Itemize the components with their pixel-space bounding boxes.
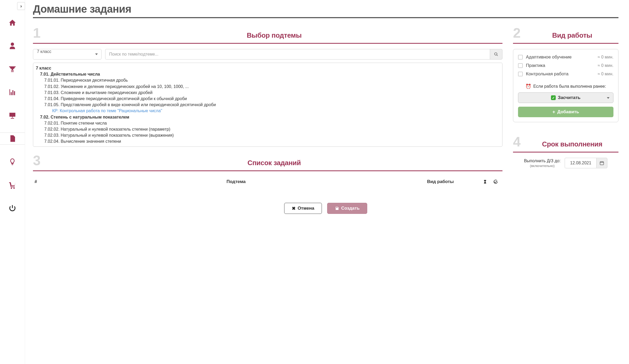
task-table-header: # Подтема Вид работы (33, 176, 502, 187)
section-2-title: Вид работы (526, 31, 618, 40)
date-picker-button[interactable] (596, 158, 607, 168)
section-3-title: Список заданий (46, 159, 502, 167)
check-circle-icon (493, 179, 498, 184)
section-1-divider (33, 43, 502, 44)
work-type-test[interactable]: Контрольная работа ≈ 0 мин. (518, 70, 613, 78)
trophy-icon (8, 65, 16, 73)
tree-subtopic[interactable]: 7.01.02. Умножение и деление периодическ… (44, 83, 500, 90)
prior-work-text: Если работа была выполнена ранее: (533, 84, 606, 89)
nav-profile[interactable] (0, 40, 25, 52)
col-work-type: Вид работы (427, 179, 480, 184)
save-icon (335, 206, 339, 210)
topic-search-input[interactable] (105, 49, 490, 60)
nav-stats[interactable] (0, 86, 25, 98)
section-1-number: 1 (33, 26, 41, 40)
class-select-value: 7 класс (33, 49, 101, 60)
work-type-mins: ≈ 0 мин. (598, 63, 613, 68)
class-select[interactable]: 7 класс (33, 49, 101, 60)
work-type-label: Практика (526, 63, 594, 68)
nav-board[interactable] (0, 109, 25, 121)
nav-cart[interactable] (0, 179, 25, 191)
work-type-panel: Адаптивное обучение ≈ 0 мин. Практика ≈ … (513, 49, 618, 122)
document-icon (8, 135, 16, 142)
checkbox[interactable] (518, 72, 523, 76)
tree-root[interactable]: 7 класс (36, 65, 500, 71)
checkbox[interactable] (518, 55, 523, 60)
presentation-icon (8, 111, 16, 119)
count-select[interactable]: ✓ Засчитать (518, 92, 613, 103)
work-type-mins: ≈ 0 мин. (598, 55, 613, 60)
tree-subtopic[interactable]: 7.02.04. Вычисление значения степени (44, 138, 500, 144)
cart-icon (8, 181, 16, 189)
section-4-number: 4 (513, 135, 521, 149)
bar-chart-icon (8, 88, 16, 96)
alarm-clock-icon: ⏰ (525, 83, 531, 89)
user-icon (8, 42, 16, 50)
tree-subtopic[interactable]: 7.01.03. Сложение и вычитание периодичес… (44, 90, 500, 96)
create-button[interactable]: Создать (327, 203, 367, 214)
search-button[interactable] (490, 49, 502, 60)
col-subtopic: Подтема (45, 179, 427, 184)
title-divider (33, 17, 618, 18)
check-badge-icon: ✓ (551, 95, 556, 100)
chevron-right-icon: › (20, 3, 22, 9)
section-3-number: 3 (33, 154, 41, 167)
search-icon (494, 52, 498, 56)
add-button-label: Добавить (557, 109, 579, 115)
home-icon (8, 19, 16, 27)
work-type-label: Контрольная работа (526, 71, 594, 77)
work-type-mins: ≈ 0 мин. (598, 72, 613, 76)
cancel-button[interactable]: ✖ Отмена (284, 203, 322, 214)
nav-ideas[interactable] (0, 156, 25, 168)
count-select-value: Засчитать (558, 95, 580, 100)
nav-logout[interactable] (0, 202, 25, 214)
tree-subtopic[interactable]: 7.02.01. Понятие степени числа (44, 120, 500, 126)
nav-assignments[interactable] (0, 132, 25, 145)
page-title: Домашние задания (33, 3, 618, 15)
tree-subtopic[interactable]: 7.02.03. Натуральный и нулевой показател… (44, 132, 500, 138)
due-label-text: Выполнить Д/З до: (524, 159, 561, 163)
sidebar: › (0, 0, 25, 364)
create-button-label: Создать (341, 206, 360, 211)
plus-icon: + (553, 109, 555, 115)
section-3-divider (33, 170, 502, 171)
nav-home[interactable] (0, 17, 25, 29)
tree-subtopic[interactable]: 7.01.05. Представление дробей в виде кон… (44, 102, 500, 108)
lightbulb-icon (8, 158, 16, 166)
work-type-practice[interactable]: Практика ≈ 0 мин. (518, 61, 613, 70)
topic-tree: 7 класс 7.01. Действительные числа 7.01.… (33, 63, 502, 147)
sidebar-toggle[interactable]: › (17, 2, 25, 10)
power-icon (8, 204, 16, 212)
calendar-icon (599, 161, 604, 165)
col-number: # (35, 179, 45, 184)
svg-rect-1 (600, 162, 604, 165)
svg-point-0 (495, 53, 497, 55)
add-button[interactable]: + Добавить (518, 107, 613, 117)
cancel-button-label: Отмена (298, 206, 314, 211)
section-2-divider (513, 43, 618, 44)
tree-control-work[interactable]: КР: Контрольная работа по теме "Рационал… (52, 108, 500, 114)
work-type-adaptive[interactable]: Адаптивное обучение ≈ 0 мин. (518, 53, 613, 61)
tree-subtopic[interactable]: 7.02.02. Натуральный и нулевой показател… (44, 126, 500, 132)
due-label-hint: (включительно) (524, 164, 561, 168)
nav-trophy[interactable] (0, 63, 25, 75)
hourglass-icon (483, 180, 487, 184)
work-type-label: Адаптивное обучение (526, 55, 594, 60)
col-duration (480, 180, 490, 184)
tree-topic[interactable]: 7.01. Действительные числа (40, 71, 500, 77)
tree-subtopic[interactable]: 7.01.01. Периодическая десятичная дробь (44, 77, 500, 83)
checkbox[interactable] (518, 63, 523, 68)
section-1-title: Выбор подтемы (46, 31, 502, 40)
section-4-title: Срок выполнения (526, 140, 618, 148)
section-2-number: 2 (513, 26, 521, 40)
due-date-input[interactable] (565, 158, 596, 168)
close-icon: ✖ (292, 206, 296, 211)
tree-topic[interactable]: 7.02. Степень с натуральным показателем (40, 114, 500, 120)
section-4-divider (513, 152, 618, 153)
prior-work-message: ⏰ Если работа была выполнена ранее: (518, 83, 613, 89)
due-label: Выполнить Д/З до: (включительно) (524, 159, 561, 168)
tree-subtopic[interactable]: 7.01.04. Приведение периодической десяти… (44, 96, 500, 102)
col-status (490, 179, 501, 184)
